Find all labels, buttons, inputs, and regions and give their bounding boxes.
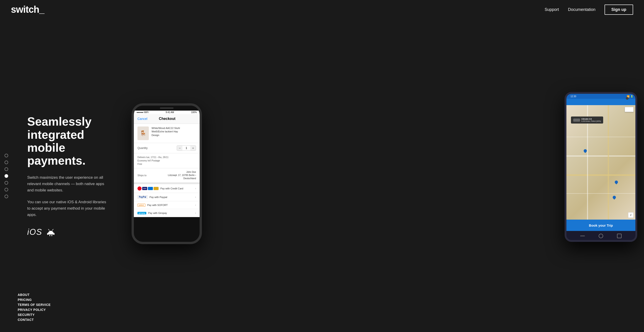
giropay-icon: giropay [138,212,146,214]
svg-line-8 [52,229,53,230]
dot-1[interactable] [4,154,8,157]
android-recents-icon[interactable] [617,234,622,238]
svg-rect-2 [54,233,55,235]
giropay-logo: giropay [138,212,146,214]
payment-paypal-row[interactable]: PayPal Pay with Paypal › [134,193,200,201]
page-indicator [4,154,8,198]
car-popup: Citroën C3 0,29 €/min, Petrol (34%) [571,117,603,124]
info-icon: i [630,213,631,217]
quantity-increase-button[interactable]: + [190,146,196,151]
brand-logo[interactable]: switch_ [11,4,44,15]
footer-terms-link[interactable]: TERMS OF SERVICE [18,303,50,306]
brand-suffix: _ [39,4,44,15]
cc-logos: VISA [138,186,158,191]
android-camera [626,97,628,100]
hero-heading: Seamlessly integrated mobile payments. [27,115,109,167]
payment-sofort-label: Pay with SOFORT [147,204,195,206]
quantity-row: Quantity − 1 + [134,143,200,153]
car-detail: 0,29 €/min, Petrol (34%) [582,120,601,122]
iphone-notch [134,106,200,111]
ships-to-address: John Doe Lützowpl. 17, 10785 Berlin › De… [168,171,196,180]
giropay-chevron-icon: › [195,211,196,215]
checkout-header: Cancel Checkout [134,114,200,124]
support-link[interactable]: Support [545,7,559,12]
quantity-decrease-button[interactable]: − [177,146,182,151]
ships-to-details: John Doe Lützowpl. 17, 10785 Berlin › De… [168,171,196,180]
paypal-chevron-icon: › [195,195,196,199]
footer-security-link[interactable]: SECURITY [18,313,50,316]
map-background: List Citroën C3 0,29 €/min, Petrol (34%) [566,105,636,231]
android-nav [566,231,636,241]
map-road-5 [566,137,636,137]
product-image: 🪑 [138,127,149,140]
footer-links: ABOUT PRICING TERMS OF SERVICE PRIVACY P… [18,293,50,323]
sofort-icon: sofort. [138,204,146,207]
cc-chevron-icon: › [195,187,196,190]
book-trip-button[interactable]: Book your Trip [566,220,636,231]
map-pin-3 [612,195,616,200]
dot-2[interactable] [4,161,8,164]
info-button[interactable]: i [628,212,634,218]
footer-contact-link[interactable]: CONTACT [18,318,50,321]
delivery-row: Delivers tue, 17/11 - thu, 26/11 Economy… [134,153,200,168]
ships-to-label: Ships to [138,174,146,177]
car-name: Citroën C3 [582,118,601,120]
android-time: 12:30 [570,95,576,98]
car-thumbnail [573,119,580,122]
delivery-text: Delivers tue, 17/11 - thu, 26/11 Economy… [138,156,196,166]
map-road-1 [566,156,636,156]
map-road-3 [587,105,588,231]
footer-pricing-link[interactable]: PRICING [18,298,50,301]
dot-5[interactable] [4,181,8,185]
amex-icon [148,187,153,190]
android-back-icon[interactable] [580,236,585,236]
map-road-6 [566,193,636,194]
product-name: White/Wood AAC22 StuhlWeiß/Eiche lackier… [152,127,196,137]
list-button[interactable]: List [625,107,634,112]
checkout-title: Checkout [159,117,175,121]
payment-paypal-label: Pay with Paypal [150,196,195,198]
iphone-time: 9:41 AM [166,111,174,114]
svg-rect-1 [47,233,48,235]
map-road-2 [566,174,636,176]
signup-button[interactable]: Sign up [604,5,633,15]
android-toolbar [566,99,636,105]
android-home-icon[interactable] [599,234,603,238]
android-screen: List Citroën C3 0,29 €/min, Petrol (34%) [566,105,636,231]
product-row: 🪑 White/Wood AAC22 StuhlWeiß/Eiche lacki… [134,124,200,143]
hero-description-2: You can use our native iOS & Android lib… [27,199,109,218]
dot-4[interactable] [4,174,8,178]
iphone-speaker [160,107,174,109]
payment-sofort-row[interactable]: sofort. Pay with SOFORT › [134,201,200,209]
platform-icons: iOS [27,227,109,237]
main-nav: Support Documentation Sign up [545,5,633,15]
payment-cc-label: Pay with Credit Card [160,187,195,190]
android-status-bar: 12:30 📶 🔋 [566,94,636,99]
header: switch_ Support Documentation Sign up [0,0,644,19]
product-info: White/Wood AAC22 StuhlWeiß/Eiche lackier… [152,127,196,137]
svg-line-7 [48,229,50,230]
iphone-mockup: ●●●●● WiFi 9:41 AM 100% Cancel Checkout … [132,103,202,244]
dot-6[interactable] [4,188,8,191]
footer-privacy-link[interactable]: PRIVACY POLICY [18,308,50,311]
payment-cc-row[interactable]: VISA Pay with Credit Card › [134,184,200,193]
svg-point-5 [50,232,50,233]
quantity-value: 1 [184,146,188,150]
dot-7[interactable] [4,195,8,198]
dot-3[interactable] [4,167,8,171]
footer-about-link[interactable]: ABOUT [18,293,50,296]
checkout-cancel-button[interactable]: Cancel [138,117,148,121]
payment-giropay-row[interactable]: giropay Pay with Giropay › [134,209,200,217]
hero-description-1: Switch maximizes the user experience on … [27,174,109,193]
map-road-4 [608,105,609,231]
docs-link[interactable]: Documentation [568,7,596,12]
ships-to-row[interactable]: Ships to John Doe Lützowpl. 17, 10785 Be… [134,168,200,184]
svg-rect-0 [48,234,54,235]
svg-rect-3 [50,235,50,236]
sofort-logo: sofort. [138,204,146,207]
quantity-label: Quantity [138,146,148,150]
hero-text: Seamlessly integrated mobile payments. S… [14,115,109,237]
payment-giropay-label: Pay with Giropay [148,212,195,214]
map-pin-1 [583,149,588,153]
sofort-chevron-icon: › [195,203,196,207]
